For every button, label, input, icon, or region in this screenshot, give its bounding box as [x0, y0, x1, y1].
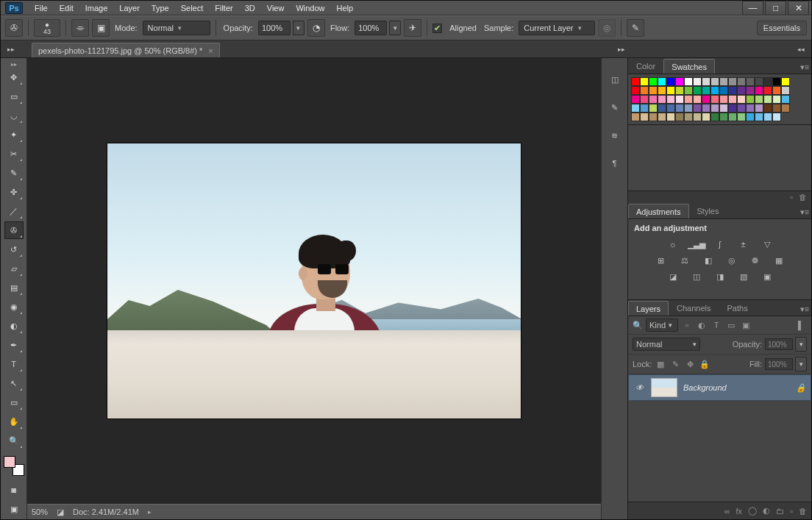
layer-filter-dropdown[interactable]: Kind▾	[646, 318, 678, 332]
tab-color[interactable]: Color	[628, 59, 663, 74]
filter-type-icon[interactable]: T	[710, 319, 722, 331]
lasso-tool[interactable]: ◡	[4, 107, 24, 124]
menu-image[interactable]: Image	[79, 2, 114, 14]
channel-mixer-icon[interactable]: ❁	[748, 254, 763, 266]
menu-view[interactable]: View	[261, 2, 291, 14]
swatch[interactable]	[763, 77, 772, 86]
brush-preset-picker[interactable]: ● 43	[34, 19, 60, 37]
swatch[interactable]	[666, 77, 675, 86]
invert-icon[interactable]: ◪	[666, 271, 680, 282]
swatch[interactable]	[755, 104, 763, 113]
opacity-dropdown-button[interactable]: ▾	[293, 21, 304, 35]
swatch[interactable]	[684, 104, 693, 113]
swatch[interactable]	[781, 77, 790, 86]
levels-icon[interactable]: ▁▃▅	[689, 238, 704, 250]
swatch[interactable]	[719, 77, 728, 86]
toolbox-handle[interactable]: ▸▸	[1, 61, 26, 68]
layer-fill-input[interactable]: 100%	[765, 358, 793, 370]
pressure-opacity-button[interactable]: ◔	[307, 19, 325, 37]
swatch[interactable]	[737, 77, 746, 86]
swatch[interactable]	[746, 86, 755, 95]
swatch[interactable]	[649, 77, 658, 86]
swatch[interactable]	[666, 104, 675, 113]
expand-right-button[interactable]: ▸▸	[616, 43, 627, 55]
swatch[interactable]	[702, 95, 710, 104]
window-maximize-button[interactable]: □	[765, 1, 786, 15]
layer-thumbnail[interactable]	[651, 378, 677, 397]
swatch[interactable]	[755, 86, 763, 95]
swatch[interactable]	[631, 86, 640, 95]
swatch[interactable]	[640, 86, 649, 95]
crop-tool[interactable]: ✂	[4, 145, 24, 163]
swatch[interactable]	[763, 113, 772, 121]
doc-size-label[interactable]: Doc: 2.41M/2.41M	[73, 507, 139, 516]
tab-adjustments[interactable]: Adjustments	[628, 204, 689, 218]
swatch[interactable]	[702, 104, 710, 113]
airbrush-button[interactable]: ✈	[404, 19, 421, 37]
menu-3d[interactable]: 3D	[239, 2, 261, 14]
magic-wand-tool[interactable]: ✦	[4, 126, 24, 143]
swatch[interactable]	[719, 113, 728, 121]
swatch[interactable]	[710, 104, 719, 113]
swatch[interactable]	[737, 95, 746, 104]
menu-file[interactable]: File	[29, 2, 54, 14]
swatch[interactable]	[658, 86, 666, 95]
swatch[interactable]	[781, 86, 790, 95]
swatch[interactable]	[640, 95, 649, 104]
new-layer-button[interactable]: ▫	[790, 507, 793, 516]
path-select-tool[interactable]: ↖	[4, 374, 24, 392]
new-group-button[interactable]: 🗀	[776, 507, 784, 516]
zoom-level[interactable]: 50%	[32, 507, 48, 516]
quick-mask-button[interactable]: ◙	[4, 481, 24, 498]
swatch[interactable]	[702, 113, 710, 121]
dodge-tool[interactable]: ◐	[4, 317, 24, 335]
pen-tool[interactable]: ✒	[4, 336, 24, 354]
color-balance-icon[interactable]: ⚖	[677, 254, 692, 266]
tab-styles[interactable]: Styles	[689, 204, 727, 218]
patch-tool[interactable]: ✜	[4, 183, 24, 201]
swatch[interactable]	[728, 77, 737, 86]
new-swatch-button[interactable]: ▫	[790, 193, 793, 202]
threshold-icon[interactable]: ◨	[713, 271, 727, 282]
swatch[interactable]	[728, 104, 737, 113]
sample-dropdown[interactable]: Current Layer▾	[519, 21, 595, 35]
color-lookup-icon[interactable]: ▦	[772, 254, 786, 266]
swatch[interactable]	[666, 86, 675, 95]
swatch[interactable]	[755, 77, 763, 86]
swatch[interactable]	[755, 95, 763, 104]
layer-fx-button[interactable]: fx	[736, 507, 743, 516]
menu-help[interactable]: Help	[331, 2, 360, 14]
swatch[interactable]	[666, 113, 675, 121]
swatch[interactable]	[693, 95, 702, 104]
panel-menu-button[interactable]: ▾≡	[798, 205, 811, 218]
swatch[interactable]	[772, 113, 781, 121]
collapse-panels-button[interactable]: ◂◂	[795, 43, 807, 55]
tab-channels[interactable]: Channels	[669, 301, 719, 316]
layer-opacity-input[interactable]: 100%	[765, 338, 793, 350]
layer-fill-dropdown[interactable]: ▾	[795, 357, 807, 371]
swatch[interactable]	[763, 104, 772, 113]
clone-stamp-tool[interactable]: ✇	[4, 221, 24, 239]
delete-layer-button[interactable]: 🗑	[799, 507, 807, 516]
blur-tool[interactable]: ◉	[4, 298, 24, 316]
lock-pixels-button[interactable]: ✎	[669, 358, 681, 370]
ignore-adjustment-button[interactable]: ◎	[598, 19, 616, 37]
swatch[interactable]	[755, 113, 763, 121]
swatch[interactable]	[631, 77, 640, 86]
swatch[interactable]	[781, 104, 790, 113]
close-tab-button[interactable]: ×	[208, 46, 213, 55]
tab-layers[interactable]: Layers	[628, 301, 669, 316]
swatch[interactable]	[737, 104, 746, 113]
add-mask-button[interactable]: ◯	[748, 506, 757, 516]
hand-tool[interactable]: ✋	[4, 413, 24, 430]
filter-adjust-icon[interactable]: ◐	[696, 319, 708, 331]
flow-input[interactable]: 100%	[355, 21, 387, 35]
swatch[interactable]	[772, 104, 781, 113]
expand-dock-button[interactable]: ▸▸	[5, 43, 17, 55]
swatch[interactable]	[710, 95, 719, 104]
lock-transparency-button[interactable]: ▩	[655, 358, 666, 370]
swatch[interactable]	[702, 77, 710, 86]
swatch[interactable]	[693, 113, 702, 121]
swatch[interactable]	[658, 77, 666, 86]
delete-swatch-button[interactable]: 🗑	[799, 193, 807, 202]
